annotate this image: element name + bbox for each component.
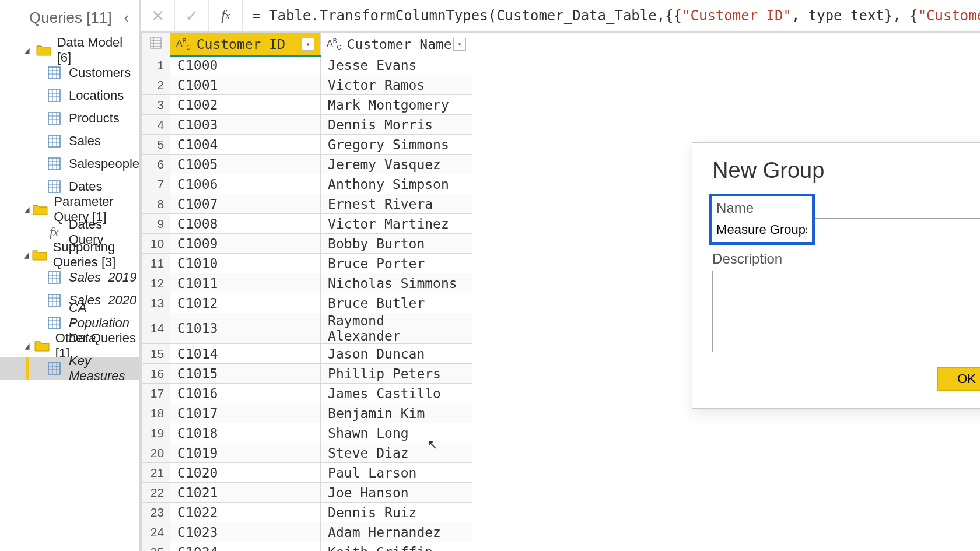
- formula-text[interactable]: = Table.TransformColumnTypes(Customer_Da…: [243, 8, 980, 24]
- row-number[interactable]: 8: [142, 194, 170, 214]
- table-row[interactable]: 19C1018Shawn Long: [142, 423, 473, 443]
- table-row[interactable]: 9C1008Victor Martinez: [142, 214, 473, 234]
- cell-customer-name[interactable]: Benjamin Kim: [321, 403, 473, 423]
- cell-customer-name[interactable]: Adam Hernandez: [321, 522, 473, 542]
- cell-customer-name[interactable]: Phillip Peters: [321, 364, 473, 384]
- cell-customer-id[interactable]: C1007: [170, 194, 321, 214]
- cell-customer-name[interactable]: Mark Montgomery: [321, 95, 473, 115]
- table-row[interactable]: 14C1013Raymond Alexander: [142, 313, 473, 344]
- row-number[interactable]: 14: [142, 313, 170, 344]
- cell-customer-id[interactable]: C1021: [170, 483, 321, 503]
- cell-customer-name[interactable]: Jason Duncan: [321, 344, 473, 364]
- cell-customer-id[interactable]: C1014: [170, 344, 321, 364]
- row-number[interactable]: 1: [142, 55, 170, 75]
- row-number[interactable]: 21: [142, 463, 170, 483]
- cell-customer-name[interactable]: Paul Larson: [321, 463, 473, 483]
- folder-2[interactable]: ◢Supporting Queries [3]: [0, 243, 139, 266]
- row-number[interactable]: 20: [142, 443, 170, 463]
- row-number[interactable]: 16: [142, 364, 170, 384]
- row-number[interactable]: 6: [142, 155, 170, 174]
- cell-customer-name[interactable]: Joe Hanson: [321, 483, 473, 503]
- row-number[interactable]: 23: [142, 503, 170, 522]
- row-number[interactable]: 3: [142, 95, 170, 115]
- table-row[interactable]: 13C1012Bruce Butler: [142, 293, 473, 313]
- query-item-sales-2019[interactable]: Sales_2019: [0, 266, 139, 289]
- cell-customer-name[interactable]: Dennis Ruiz: [321, 503, 473, 522]
- row-number[interactable]: 7: [142, 174, 170, 194]
- cell-customer-id[interactable]: C1017: [170, 403, 321, 423]
- folder-0[interactable]: ◢Data Model [6]: [0, 38, 139, 61]
- cell-customer-id[interactable]: C1009: [170, 234, 321, 254]
- cell-customer-id[interactable]: C1011: [170, 273, 321, 293]
- column-filter-dropdown-icon[interactable]: ▾: [453, 38, 466, 51]
- table-row[interactable]: 18C1017Benjamin Kim: [142, 403, 473, 423]
- table-row[interactable]: 22C1021Joe Hanson: [142, 483, 473, 503]
- collapse-pane-icon[interactable]: ‹: [124, 9, 129, 27]
- query-item-sales[interactable]: Sales: [0, 129, 139, 152]
- cell-customer-id[interactable]: C1004: [170, 135, 321, 155]
- cell-customer-id[interactable]: C1019: [170, 443, 321, 463]
- table-row[interactable]: 23C1022Dennis Ruiz: [142, 503, 473, 522]
- table-row[interactable]: 7C1006Anthony Simpson: [142, 174, 473, 194]
- query-item-products[interactable]: Products: [0, 107, 139, 129]
- table-row[interactable]: 16C1015Phillip Peters: [142, 364, 473, 384]
- table-row[interactable]: 12C1011Nicholas Simmons: [142, 273, 473, 293]
- table-row[interactable]: 11C1010Bruce Porter: [142, 254, 473, 273]
- row-number[interactable]: 15: [142, 344, 170, 364]
- ok-button[interactable]: OK: [937, 367, 980, 391]
- cell-customer-name[interactable]: Raymond Alexander: [321, 313, 473, 344]
- cell-customer-id[interactable]: C1001: [170, 75, 321, 95]
- table-row[interactable]: 25C1024Keith Griffin: [142, 542, 473, 552]
- cell-customer-name[interactable]: Shawn Long: [321, 423, 473, 443]
- table-row[interactable]: 15C1014Jason Duncan: [142, 344, 473, 364]
- row-number[interactable]: 9: [142, 214, 170, 234]
- column-header-customer-id[interactable]: ABC Customer ID ▾: [170, 33, 321, 55]
- cell-customer-id[interactable]: C1005: [170, 155, 321, 174]
- cell-customer-id[interactable]: C1000: [170, 55, 321, 75]
- row-number[interactable]: 25: [142, 542, 170, 552]
- cell-customer-id[interactable]: C1012: [170, 293, 321, 313]
- table-row[interactable]: 2C1001Victor Ramos: [142, 75, 473, 95]
- cell-customer-name[interactable]: Jeremy Vasquez: [321, 155, 473, 174]
- row-number[interactable]: 22: [142, 483, 170, 503]
- table-row[interactable]: 1C1000Jesse Evans: [142, 55, 473, 75]
- cell-customer-name[interactable]: Victor Martinez: [321, 214, 473, 234]
- select-all-corner[interactable]: [142, 33, 170, 55]
- table-row[interactable]: 8C1007Ernest Rivera: [142, 194, 473, 214]
- row-number[interactable]: 12: [142, 273, 170, 293]
- row-number[interactable]: 10: [142, 234, 170, 254]
- table-row[interactable]: 24C1023Adam Hernandez: [142, 522, 473, 542]
- cell-customer-id[interactable]: C1008: [170, 214, 321, 234]
- column-header-customer-name[interactable]: ABC Customer Name ▾: [321, 33, 473, 55]
- cell-customer-name[interactable]: Gregory Simmons: [321, 135, 473, 155]
- table-row[interactable]: 3C1002Mark Montgomery: [142, 95, 473, 115]
- cell-customer-id[interactable]: C1016: [170, 384, 321, 403]
- cell-customer-id[interactable]: C1020: [170, 463, 321, 483]
- row-number[interactable]: 13: [142, 293, 170, 313]
- cell-customer-name[interactable]: Ernest Rivera: [321, 194, 473, 214]
- cell-customer-name[interactable]: Bobby Burton: [321, 234, 473, 254]
- cell-customer-name[interactable]: Dennis Morris: [321, 115, 473, 135]
- cell-customer-name[interactable]: James Castillo: [321, 384, 473, 403]
- row-number[interactable]: 19: [142, 423, 170, 443]
- commit-formula-icon[interactable]: ✓: [175, 0, 209, 31]
- row-number[interactable]: 24: [142, 522, 170, 542]
- cell-customer-id[interactable]: C1018: [170, 423, 321, 443]
- query-item-key-measures[interactable]: Key Measures: [0, 357, 139, 380]
- table-row[interactable]: 4C1003Dennis Morris: [142, 115, 473, 135]
- table-row[interactable]: 10C1009Bobby Burton: [142, 234, 473, 254]
- cell-customer-id[interactable]: C1003: [170, 115, 321, 135]
- group-name-input[interactable]: [713, 220, 811, 241]
- cell-customer-name[interactable]: Steve Diaz: [321, 443, 473, 463]
- cell-customer-name[interactable]: Bruce Butler: [321, 293, 473, 313]
- cell-customer-name[interactable]: Victor Ramos: [321, 75, 473, 95]
- cell-customer-id[interactable]: C1013: [170, 313, 321, 344]
- cell-customer-id[interactable]: C1002: [170, 95, 321, 115]
- fx-icon[interactable]: fx: [209, 0, 243, 31]
- cell-customer-name[interactable]: Bruce Porter: [321, 254, 473, 273]
- cell-customer-id[interactable]: C1006: [170, 174, 321, 194]
- row-number[interactable]: 11: [142, 254, 170, 273]
- cancel-formula-icon[interactable]: ✕: [141, 0, 175, 31]
- query-item-customers[interactable]: Customers: [0, 61, 139, 84]
- query-item-salespeople[interactable]: Salespeople: [0, 152, 139, 175]
